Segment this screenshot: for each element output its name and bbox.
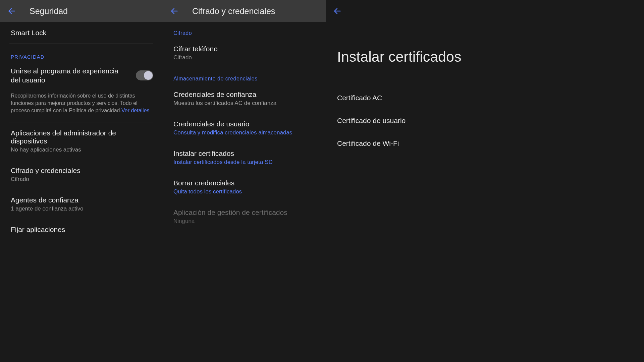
user-credentials-title: Credenciales de usuario	[173, 120, 315, 128]
cert-management-app-title: Aplicación de gestión de certificados	[173, 208, 315, 217]
back-arrow-icon[interactable]	[170, 7, 179, 15]
panel-security: Seguridad Smart Lock PRIVACIDAD Unirse a…	[0, 0, 163, 274]
cert-management-app-sub: Ninguna	[173, 218, 315, 225]
header-bar-install-certs	[326, 0, 488, 22]
install-certificates-item[interactable]: Instalar certificados Instalar certifica…	[163, 143, 326, 172]
ux-program-description: Recopilaremos información sobre el uso d…	[0, 89, 163, 122]
device-admin-apps-item[interactable]: Aplicaciones del administrador de dispos…	[0, 122, 163, 160]
ca-certificate-item[interactable]: Certificado AC	[326, 86, 488, 109]
see-details-link[interactable]: Ver detalles	[121, 108, 150, 113]
trust-agents-item[interactable]: Agentes de confianza 1 agente de confian…	[0, 189, 163, 219]
encryption-credentials-sub: Cifrado	[11, 176, 152, 183]
clear-credentials-title: Borrar credenciales	[173, 179, 315, 187]
page-title: Seguridad	[30, 6, 68, 16]
content-install-certs: Instalar certificados Certificado AC Cer…	[326, 22, 488, 274]
ux-desc-text: Recopilaremos información sobre el uso d…	[11, 93, 138, 114]
encryption-credentials-title: Cifrado y credenciales	[11, 167, 152, 175]
smart-lock-item[interactable]: Smart Lock	[0, 22, 163, 44]
page-big-title: Instalar certificados	[326, 22, 488, 86]
back-arrow-icon[interactable]	[7, 7, 16, 15]
encryption-credentials-item[interactable]: Cifrado y credenciales Cifrado	[0, 160, 163, 189]
content-encryption: Cifrado Cifrar teléfono Cifrado Almacena…	[163, 22, 326, 274]
pin-apps-title: Fijar aplicaciones	[11, 226, 152, 234]
wifi-certificate-item[interactable]: Certificado de Wi-Fi	[326, 132, 488, 155]
credential-storage-section-header: Almacenamiento de credenciales	[163, 68, 326, 84]
install-certificates-sub: Instalar certificados desde la tarjeta S…	[173, 159, 315, 166]
user-credentials-sub: Consulta y modifica credenciales almacen…	[173, 129, 315, 136]
trusted-credentials-title: Credenciales de confianza	[173, 90, 315, 99]
trust-agents-sub: 1 agente de confianza activo	[11, 205, 152, 212]
encrypt-phone-item[interactable]: Cifrar teléfono Cifrado	[163, 38, 326, 68]
toggle-knob	[144, 71, 153, 80]
trusted-credentials-item[interactable]: Credenciales de confianza Muestra los ce…	[163, 84, 326, 113]
content-security: Smart Lock PRIVACIDAD Unirse al programa…	[0, 22, 163, 274]
clear-credentials-item[interactable]: Borrar credenciales Quita todos los cert…	[163, 172, 326, 202]
install-certificates-title: Instalar certificados	[173, 149, 315, 158]
pin-apps-item[interactable]: Fijar aplicaciones	[0, 219, 163, 236]
user-credentials-item[interactable]: Credenciales de usuario Consulta y modif…	[163, 113, 326, 143]
clear-credentials-sub: Quita todos los certificados	[173, 188, 315, 195]
header-bar-encryption: Cifrado y credenciales	[163, 0, 326, 22]
encrypt-phone-title: Cifrar teléfono	[173, 45, 315, 53]
device-admin-apps-title: Aplicaciones del administrador de dispos…	[11, 129, 152, 145]
trust-agents-title: Agentes de confianza	[11, 196, 152, 204]
ux-program-label: Unirse al programa de experiencia del us…	[11, 66, 125, 85]
header-bar-security: Seguridad	[0, 0, 163, 22]
trusted-credentials-sub: Muestra los certificados AC de confianza	[173, 100, 315, 107]
back-arrow-icon[interactable]	[333, 7, 342, 15]
encrypt-phone-sub: Cifrado	[173, 54, 315, 61]
ux-program-row: Unirse al programa de experiencia del us…	[0, 62, 163, 89]
privacy-section-header: PRIVACIDAD	[0, 44, 163, 62]
ux-program-toggle[interactable]	[136, 70, 153, 80]
user-certificate-item[interactable]: Certificado de usuario	[326, 109, 488, 132]
device-admin-apps-sub: No hay aplicaciones activas	[11, 146, 152, 153]
encryption-section-header: Cifrado	[163, 22, 326, 38]
smart-lock-label: Smart Lock	[11, 29, 152, 37]
panel-install-certificates: Instalar certificados Certificado AC Cer…	[326, 0, 488, 274]
cert-management-app-item: Aplicación de gestión de certificados Ni…	[163, 202, 326, 231]
panel-encryption-credentials: Cifrado y credenciales Cifrado Cifrar te…	[163, 0, 326, 274]
page-title: Cifrado y credenciales	[192, 6, 275, 16]
